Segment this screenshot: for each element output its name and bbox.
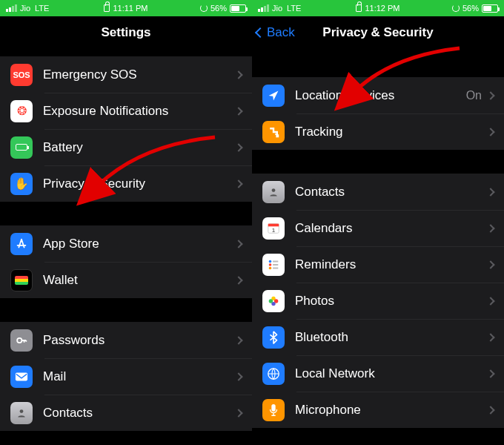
row-label: Local Network (295, 366, 488, 381)
settings-group: Contacts 1 Calendars Reminders (252, 174, 504, 428)
row-label: Emergency SOS (43, 67, 236, 82)
status-bar: Jio LTE 11:11 PM 56% (0, 0, 252, 16)
row-detail: On (466, 89, 482, 102)
chevron-right-icon (234, 372, 242, 380)
lock-icon (356, 4, 362, 12)
settings-group: Passwords Mail Contacts (0, 322, 252, 431)
chevron-right-icon (234, 276, 242, 284)
row-battery[interactable]: Battery (0, 129, 252, 165)
calendar-icon: 1 (262, 217, 285, 240)
tracking-icon (262, 121, 285, 143)
row-label: Calendars (295, 221, 488, 236)
privacy-list[interactable]: Location Services On Tracking Contacts (252, 49, 504, 445)
row-wallet[interactable]: Wallet (0, 262, 252, 298)
network-icon (262, 363, 285, 385)
row-label: Bluetooth (295, 330, 488, 345)
location-icon (262, 85, 285, 107)
row-label: App Store (43, 237, 236, 251)
reminders-icon (262, 254, 285, 276)
mail-icon (10, 366, 33, 388)
row-label: Mail (43, 369, 236, 384)
row-app-store[interactable]: App Store (0, 225, 252, 262)
chevron-right-icon (234, 143, 242, 151)
privacy-security-screen: Jio LTE 11:12 PM 56% Back Privacy & Secu… (252, 0, 504, 445)
row-calendars[interactable]: 1 Calendars (252, 210, 504, 246)
row-microphone[interactable]: Microphone (252, 392, 504, 428)
row-label: Privacy & Security (43, 177, 236, 191)
lock-icon (104, 4, 110, 12)
contacts-icon (10, 402, 33, 424)
row-label: Battery (43, 140, 236, 155)
chevron-right-icon (486, 188, 494, 196)
photos-icon (262, 290, 285, 312)
row-label: Photos (295, 294, 488, 309)
battery-icon (10, 136, 33, 159)
row-reminders[interactable]: Reminders (252, 246, 504, 283)
row-label: Passwords (43, 333, 236, 348)
chevron-left-icon (255, 27, 265, 38)
nav-header: Back Privacy & Security (252, 16, 504, 49)
back-label: Back (267, 25, 295, 40)
row-label: Contacts (43, 406, 236, 421)
row-label: Location Services (295, 88, 466, 103)
row-contacts[interactable]: Contacts (0, 395, 252, 431)
chevron-right-icon (486, 224, 494, 232)
settings-screen: Jio LTE 11:11 PM 56% Settings SOS Emerge… (0, 0, 252, 445)
row-mail[interactable]: Mail (0, 358, 252, 395)
svg-point-9 (269, 266, 272, 269)
svg-point-2 (20, 409, 24, 413)
orientation-lock-icon (452, 4, 460, 12)
svg-rect-15 (271, 403, 275, 411)
settings-group: Location Services On Tracking (252, 77, 504, 150)
row-passwords[interactable]: Passwords (0, 322, 252, 358)
key-icon (10, 329, 33, 352)
svg-rect-1 (16, 372, 27, 380)
chevron-right-icon (486, 128, 494, 136)
row-photos[interactable]: Photos (252, 283, 504, 319)
row-label: Wallet (43, 273, 236, 288)
svg-point-7 (269, 260, 272, 263)
row-tracking[interactable]: Tracking (252, 113, 504, 150)
row-label: Contacts (295, 185, 488, 200)
appstore-icon (10, 233, 33, 255)
chevron-right-icon (234, 179, 242, 188)
svg-point-8 (269, 263, 272, 266)
chevron-right-icon (234, 240, 242, 248)
row-bluetooth[interactable]: Bluetooth (252, 319, 504, 355)
row-local-network[interactable]: Local Network (252, 355, 504, 392)
row-label: Microphone (295, 403, 488, 418)
svg-point-3 (272, 188, 276, 192)
clock-label: 11:11 PM (113, 4, 147, 13)
battery-icon (482, 4, 498, 13)
row-location-services[interactable]: Location Services On (252, 77, 504, 113)
row-privacy-security[interactable]: ✋ Privacy & Security (0, 165, 252, 202)
status-bar: Jio LTE 11:12 PM 56% (252, 0, 504, 16)
wallet-icon (10, 269, 33, 291)
row-label: Reminders (295, 257, 488, 272)
row-emergency-sos[interactable]: SOS Emergency SOS (0, 56, 252, 93)
chevron-right-icon (234, 336, 242, 344)
chevron-right-icon (234, 409, 242, 417)
settings-list[interactable]: SOS Emergency SOS ❂ Exposure Notificatio… (0, 49, 252, 445)
chevron-right-icon (486, 297, 494, 305)
chevron-right-icon (486, 369, 494, 378)
exposure-icon: ❂ (10, 100, 33, 122)
row-contacts[interactable]: Contacts (252, 174, 504, 210)
orientation-lock-icon (200, 4, 208, 12)
svg-text:1: 1 (272, 226, 276, 233)
page-title: Privacy & Security (322, 25, 433, 40)
svg-point-0 (17, 337, 21, 342)
hand-icon: ✋ (10, 173, 33, 195)
row-label: Tracking (295, 125, 488, 139)
svg-point-13 (269, 299, 273, 303)
chevron-right-icon (486, 260, 494, 268)
row-exposure-notifications[interactable]: ❂ Exposure Notifications (0, 93, 252, 129)
contacts-icon (262, 181, 285, 203)
back-button[interactable]: Back (256, 16, 295, 49)
settings-group: SOS Emergency SOS ❂ Exposure Notificatio… (0, 56, 252, 202)
chevron-right-icon (486, 406, 494, 414)
chevron-right-icon (486, 91, 494, 99)
chevron-right-icon (234, 107, 242, 115)
nav-header: Settings (0, 16, 252, 49)
microphone-icon (262, 399, 285, 421)
